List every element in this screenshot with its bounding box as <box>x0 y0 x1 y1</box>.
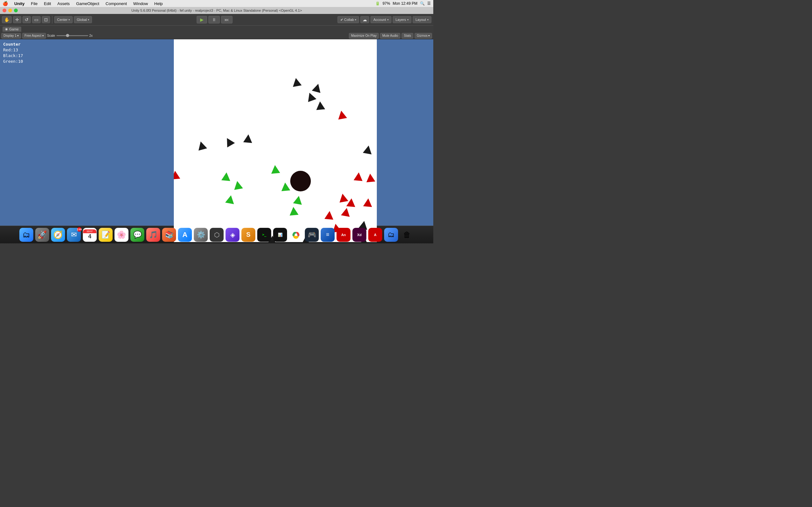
dock-item-music[interactable]: 🎵 <box>146 228 160 242</box>
layout-label: Layout <box>415 18 426 21</box>
dock-item-unity[interactable]: ⬡ <box>210 228 223 242</box>
menu-help[interactable]: Help <box>153 1 164 6</box>
maximize-window-button[interactable] <box>14 9 18 12</box>
menu-unity[interactable]: Unity <box>13 1 26 6</box>
svg-point-2 <box>295 233 297 236</box>
stats-button[interactable]: Stats <box>402 33 413 39</box>
display-label: Display 1 <box>3 34 16 38</box>
transform-tool-button[interactable]: ⊡ <box>42 16 50 23</box>
pivot-center-button[interactable]: Center ▾ <box>54 16 72 23</box>
menu-extra-icon[interactable]: ☰ <box>427 1 431 6</box>
menubar-right: 🔋 97% Mon 12:49 PM 🔍 ☰ <box>375 1 431 6</box>
green-tri-4 <box>225 194 235 204</box>
mute-audio-button[interactable]: Mute Audio <box>380 33 400 39</box>
layers-button[interactable]: Layers ▾ <box>393 16 411 23</box>
dock-item-steam[interactable]: 🎮 <box>305 228 319 242</box>
dock-item-syspref[interactable]: ⚙️ <box>194 228 208 242</box>
game-tab-icon: ◉ <box>5 27 8 31</box>
dock-item-launchpad[interactable]: 🚀 <box>35 228 49 242</box>
dock-item-messages[interactable]: 💬 <box>131 228 144 242</box>
minimize-window-button[interactable] <box>8 9 12 12</box>
black-tri-5 <box>223 136 235 148</box>
dock-item-books[interactable]: 📚 <box>162 228 176 242</box>
menu-edit[interactable]: Edit <box>43 1 52 6</box>
aspect-dropdown[interactable]: Free Aspect ▾ <box>22 33 46 39</box>
battery-icon: 🔋 <box>375 1 380 6</box>
red-tri-7 <box>363 198 373 207</box>
green-tri-6 <box>293 195 303 205</box>
red-value: 13 <box>13 48 18 52</box>
pivot-center-chevron-icon: ▾ <box>68 18 70 21</box>
triangles-svg <box>174 39 377 242</box>
toolbar-separator-1 <box>52 16 52 23</box>
pivot-center-label: Center <box>57 18 67 21</box>
green-tri-1 <box>270 165 280 174</box>
dock-item-slides[interactable]: S <box>241 228 255 242</box>
dock-item-terminal[interactable]: >_ <box>257 228 271 242</box>
dock-item-mail[interactable]: ✉ 239 <box>67 228 81 242</box>
menu-assets[interactable]: Assets <box>56 1 71 6</box>
move-tool-button[interactable]: ✛ <box>13 16 21 23</box>
layout-button[interactable]: Layout ▾ <box>413 16 432 23</box>
rect-tool-button[interactable]: ▭ <box>32 16 41 23</box>
menu-window[interactable]: Window <box>132 1 149 6</box>
red-tri-6 <box>346 198 356 207</box>
account-label: Account <box>373 18 386 21</box>
red-tri-3 <box>354 172 363 181</box>
dock-item-photos[interactable]: 🌸 <box>114 228 129 242</box>
search-icon[interactable]: 🔍 <box>420 1 425 6</box>
gizmos-chevron-icon: ▾ <box>428 34 430 38</box>
red-tri-2 <box>174 170 180 179</box>
scale-slider-thumb[interactable] <box>66 34 69 37</box>
menu-file[interactable]: File <box>30 1 39 6</box>
aspect-label: Free Aspect <box>24 34 41 38</box>
dock-item-finder[interactable]: 🗂 <box>19 228 33 242</box>
game-tab[interactable]: ◉ Game <box>3 26 21 32</box>
step-button[interactable]: ⏭ <box>221 16 233 23</box>
scale-value: 2x <box>90 34 93 38</box>
rotate-tool-button[interactable]: ↺ <box>22 16 31 23</box>
collab-checkmark-icon: ✔ <box>340 18 343 22</box>
mail-badge: 239 <box>77 227 82 232</box>
pause-button[interactable]: ⏸ <box>208 16 220 23</box>
account-button[interactable]: Account ▾ <box>370 16 392 23</box>
stats-panel: Counter Red:13 Black:17 Green:10 <box>0 39 117 226</box>
play-button[interactable]: ▶ <box>197 16 207 23</box>
account-chevron-icon: ▾ <box>387 18 389 21</box>
dock-item-acrobat[interactable]: A <box>368 228 382 242</box>
close-window-button[interactable] <box>3 9 6 12</box>
dock-item-finder2[interactable]: 🗂 <box>384 228 398 242</box>
dock-item-appstore[interactable]: A <box>178 228 192 242</box>
cloud-button[interactable]: ☁ <box>360 16 369 23</box>
dock-item-chrome[interactable] <box>289 228 303 242</box>
dock-item-adobe-xd[interactable]: Xd <box>352 228 366 242</box>
black-label: Black: <box>3 53 18 58</box>
toolbar-playcontrols: ▶ ⏸ ⏭ <box>93 16 336 23</box>
dock-item-affinity[interactable]: ◈ <box>225 228 240 242</box>
display-dropdown[interactable]: Display 1 ▾ <box>1 33 21 39</box>
dock-item-trash[interactable]: 🗑 <box>400 228 414 242</box>
menu-gameobject[interactable]: GameObject <box>75 1 101 6</box>
game-toolbar: Display 1 ▾ Free Aspect ▾ Scale 2x Maxim… <box>0 32 433 39</box>
hand-tool-button[interactable]: ✋ <box>2 16 12 23</box>
pivot-global-button[interactable]: Global ▾ <box>74 16 92 23</box>
battery-percent: 97% <box>383 1 390 6</box>
scale-slider-track[interactable] <box>56 35 88 36</box>
red-tri-4 <box>366 173 375 182</box>
chrome-svg <box>291 230 301 240</box>
dock-item-notes[interactable]: 📝 <box>99 228 113 242</box>
black-tri-1 <box>292 77 302 87</box>
black-tri-4 <box>316 101 325 110</box>
dock-item-safari[interactable]: 🧭 <box>51 228 65 242</box>
collab-button[interactable]: ✔ Collab ▾ <box>338 16 359 23</box>
maximize-on-play-button[interactable]: Maximize On Play <box>349 33 379 39</box>
gizmos-button[interactable]: Gizmos ▾ <box>415 33 432 39</box>
dock-item-adobe-animate[interactable]: An <box>337 228 351 242</box>
dock-item-activity[interactable]: 📊 <box>273 228 287 242</box>
dock-item-taskbar[interactable]: ≡ <box>321 228 335 242</box>
menu-component[interactable]: Component <box>104 1 128 6</box>
black-tri-8 <box>243 134 253 143</box>
apple-logo-icon[interactable]: 🍎 <box>3 1 8 6</box>
dock-item-calendar[interactable]: MAY 4 <box>83 228 97 242</box>
calendar-date: 4 <box>88 233 91 240</box>
